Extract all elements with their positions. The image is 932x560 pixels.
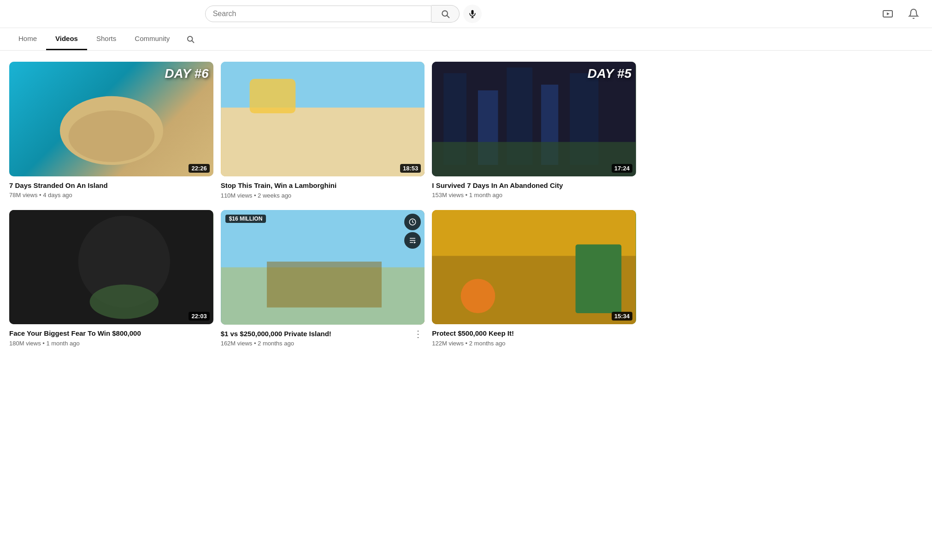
overlay-icons-v5 <box>404 214 421 249</box>
video-text-v2: Stop This Train, Win a Lamborghini 110M … <box>221 181 425 199</box>
video-meta-v6: 122M views • 2 months ago <box>432 340 636 347</box>
channel-tabs: Home Videos Shorts Community <box>0 28 932 51</box>
video-age-v5: 2 months ago <box>258 340 294 347</box>
video-dot-v2: • <box>254 192 258 199</box>
thumb-svg-v5 <box>221 210 425 325</box>
duration-v4: 22:03 <box>189 312 209 321</box>
search-bar <box>205 5 482 23</box>
site-header <box>0 0 932 28</box>
svg-line-7 <box>192 41 194 42</box>
thumbnail-v3: DAY #5 17:24 <box>432 62 636 176</box>
search-button[interactable] <box>431 5 460 23</box>
svg-rect-12 <box>249 79 295 113</box>
video-views-v1: 78M views <box>9 192 37 198</box>
thumb-content-v6 <box>432 210 636 325</box>
thumbnail-v4: 22:03 <box>9 210 213 325</box>
video-views-v3: 153M views <box>432 192 464 198</box>
thumbnail-image-v5 <box>221 210 425 325</box>
mic-button[interactable] <box>463 5 482 23</box>
video-dot-v3: • <box>466 192 469 198</box>
tab-search-icon <box>186 35 195 43</box>
video-age-v1: 4 days ago <box>43 192 72 198</box>
thumb-svg-v4 <box>9 210 213 325</box>
svg-rect-19 <box>432 142 636 176</box>
video-views-v6: 122M views <box>432 340 464 347</box>
video-meta-v3: 153M views • 1 month ago <box>432 192 636 198</box>
video-title-v3: I Survived 7 Days In An Abandoned City <box>432 181 636 190</box>
thumb-svg-v2 <box>221 62 425 176</box>
video-title-v6: Protect $500,000 Keep It! <box>432 329 636 338</box>
header-actions <box>879 5 923 23</box>
create-video-button[interactable] <box>879 5 897 23</box>
video-meta-v5: 162M views • 2 months ago <box>221 340 412 347</box>
add-to-queue-icon-v5[interactable] <box>404 232 421 249</box>
video-age-v4: 1 month ago <box>46 340 79 347</box>
duration-v1: 22:26 <box>189 164 209 173</box>
video-grid: DAY #6 22:26 7 Days Stranded On An Islan… <box>0 51 645 358</box>
create-icon <box>882 8 893 19</box>
thumbnail-v6: 15:34 <box>432 210 636 325</box>
tab-videos[interactable]: Videos <box>46 28 87 50</box>
video-info-v3: I Survived 7 Days In An Abandoned City 1… <box>432 176 636 199</box>
video-card-v4[interactable]: 22:03 $1 vs $250,000,000 Private Island!… <box>9 210 213 347</box>
tab-community[interactable]: Community <box>125 28 179 50</box>
overlay-badge-v5: $16 MILLION <box>225 215 266 223</box>
video-text-v4: $1 vs $250,000,000 Private Island! Face … <box>9 329 213 347</box>
thumbnail-image-v6 <box>432 210 636 325</box>
mic-icon <box>468 9 477 18</box>
overlay-text-v3: DAY #5 <box>588 66 631 81</box>
video-views-v2: 110M views <box>221 192 253 199</box>
svg-rect-11 <box>221 108 425 176</box>
thumbnail-v2: 18:53 <box>221 62 425 176</box>
clock-icon <box>408 218 417 226</box>
svg-point-34 <box>461 279 495 313</box>
tab-home[interactable]: Home <box>9 28 46 50</box>
svg-point-9 <box>69 111 155 162</box>
svg-rect-2 <box>471 10 473 15</box>
video-age-v6: 2 months ago <box>469 340 506 347</box>
search-input[interactable] <box>213 10 424 18</box>
video-info-v2: Stop This Train, Win a Lamborghini 110M … <box>221 176 425 199</box>
thumbnail-v5: $16 MILLION <box>221 210 425 325</box>
video-info-v5: $1 vs $250,000,000 Private Island! 162M … <box>221 325 425 347</box>
thumbnail-v1: DAY #6 22:26 <box>9 62 213 176</box>
thumb-content-v2 <box>221 62 425 176</box>
video-text-v3: I Survived 7 Days In An Abandoned City 1… <box>432 181 636 199</box>
thumb-svg-v6 <box>432 210 636 325</box>
video-card-v6[interactable]: 15:34 Protect $500,000 Keep It! 122M vie… <box>432 210 636 347</box>
notification-button[interactable] <box>904 5 923 23</box>
thumbnail-image-v2 <box>221 62 425 176</box>
duration-v3: 17:24 <box>612 164 632 173</box>
video-views-v4: 180M views <box>9 340 41 347</box>
video-title-v2: Stop This Train, Win a Lamborghini <box>221 181 425 190</box>
video-card-v5[interactable]: $16 MILLION <box>221 210 425 347</box>
video-title-v1: 7 Days Stranded On An Island <box>9 181 213 190</box>
video-age-v2: 2 weeks ago <box>258 192 291 199</box>
video-card-v1[interactable]: DAY #6 22:26 7 Days Stranded On An Islan… <box>9 62 213 199</box>
video-card-v3[interactable]: DAY #5 17:24 I Survived 7 Days In An Aba… <box>432 62 636 199</box>
queue-icon <box>408 236 417 245</box>
svg-line-1 <box>447 16 449 18</box>
tab-search-button[interactable] <box>183 29 198 50</box>
video-info-v6: Protect $500,000 Keep It! 122M views • 2… <box>432 324 636 347</box>
svg-rect-33 <box>576 244 622 313</box>
svg-rect-25 <box>267 262 382 308</box>
svg-marker-30 <box>414 241 416 244</box>
video-text-v6: Protect $500,000 Keep It! 122M views • 2… <box>432 329 636 347</box>
video-meta-v1: 78M views • 4 days ago <box>9 192 213 198</box>
video-text-v5: $1 vs $250,000,000 Private Island! 162M … <box>221 329 412 347</box>
search-input-wrapper <box>205 6 431 22</box>
more-options-button-v5[interactable]: ⋮ <box>412 328 425 339</box>
video-dot-v6: • <box>466 340 469 347</box>
video-text-v1: 7 Days Stranded On An Island 78M views •… <box>9 181 213 199</box>
thumb-content-v4 <box>9 210 213 325</box>
video-card-v2[interactable]: 18:53 Stop This Train, Win a Lamborghini… <box>221 62 425 199</box>
duration-v2: 18:53 <box>400 164 421 173</box>
video-title-v4-real: Face Your Biggest Fear To Win $800,000 <box>9 329 213 338</box>
svg-point-22 <box>90 284 159 319</box>
tab-shorts[interactable]: Shorts <box>87 28 125 50</box>
watch-later-icon-v5[interactable] <box>404 214 421 230</box>
video-title-v5: $1 vs $250,000,000 Private Island! <box>221 329 412 338</box>
video-meta-v4: 180M views • 1 month ago <box>9 340 213 347</box>
video-dot-v5: • <box>254 340 258 347</box>
